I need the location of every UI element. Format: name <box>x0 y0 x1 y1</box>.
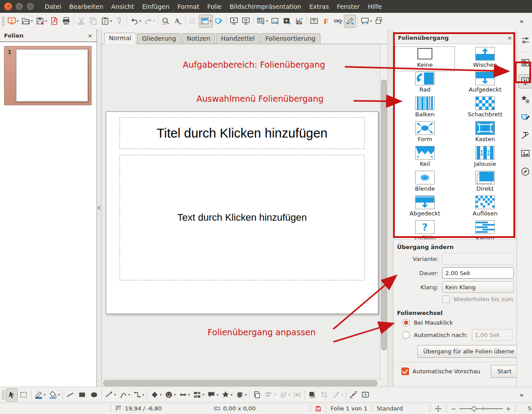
transition-panel-close-icon[interactable]: × <box>507 34 512 41</box>
horizontal-scrollbar-thumb[interactable] <box>103 380 378 386</box>
menu-extras[interactable]: Extras <box>305 0 333 13</box>
sidebar-tab-shapes[interactable] <box>518 111 532 125</box>
transition-blende[interactable]: Blende <box>395 170 455 195</box>
menu-bearbeiten[interactable]: Bearbeiten <box>65 0 107 13</box>
transition-wischen[interactable]: Wischen <box>455 46 515 71</box>
zoom-in-icon[interactable]: + <box>506 405 511 412</box>
sidebar-tab-navigator[interactable] <box>518 165 532 179</box>
gluepoints-button[interactable] <box>359 388 371 402</box>
menu-ansicht[interactable]: Ansicht <box>107 0 138 13</box>
transition-rad[interactable]: Rad <box>395 71 455 96</box>
toolbar-grip[interactable] <box>2 16 5 26</box>
auto-after-input[interactable]: 1,00 Sek <box>472 329 513 341</box>
connectors-button[interactable]: ▾ <box>131 388 146 402</box>
edit-mode-button[interactable] <box>213 15 225 28</box>
toolbar-overflow-button[interactable]: » <box>517 15 528 28</box>
3d-objects-button[interactable]: ▾ <box>234 388 248 402</box>
display-grid-button[interactable] <box>187 15 199 28</box>
lines-arrows-button[interactable]: ▾ <box>103 388 117 402</box>
insert-textbox-button[interactable] <box>308 15 320 28</box>
zoom-level-cell[interactable]: 58 % <box>516 405 532 412</box>
transition-abgedeckt[interactable]: Abgedeckt <box>395 195 455 220</box>
open-button[interactable]: ▾ <box>20 15 34 28</box>
transition-keil[interactable]: Keil <box>395 146 455 170</box>
on-mouse-click-radio[interactable] <box>402 319 410 326</box>
paste-button[interactable]: ▾ <box>99 15 113 28</box>
fit-slide-cell[interactable] <box>430 405 446 412</box>
transition-zufällig[interactable]: ?Zufällig <box>395 220 455 240</box>
sidebar-tab-styles[interactable] <box>518 129 532 143</box>
splitter-collapse-icon[interactable] <box>97 205 100 211</box>
find-replace-button[interactable] <box>160 15 172 28</box>
body-placeholder[interactable]: Text durch Klicken hinzufügen <box>120 155 365 280</box>
line-button[interactable] <box>64 388 76 402</box>
insert-hyperlink-button[interactable] <box>332 15 344 28</box>
edit-points-button[interactable] <box>347 388 359 402</box>
right-splitter[interactable] <box>387 29 393 387</box>
menu-hilfe[interactable]: Hilfe <box>364 0 386 13</box>
redo-button[interactable]: ▾ <box>143 15 157 28</box>
symbol-shapes-button[interactable]: ▾ <box>163 388 177 402</box>
sidebar-tab-master-slides[interactable] <box>518 56 532 70</box>
horizontal-scrollbar[interactable] <box>102 379 380 387</box>
save-button[interactable]: ▾ <box>34 15 48 28</box>
new-presentation-button[interactable]: ▾ <box>6 15 20 28</box>
zoom-slider[interactable] <box>458 406 504 412</box>
insert-media-button[interactable] <box>281 15 293 28</box>
transition-kasten[interactable]: Kasten <box>455 121 515 146</box>
slide-canvas[interactable]: Titel durch Klicken hinzufügen Text durc… <box>106 111 378 314</box>
crop-button[interactable] <box>318 388 330 402</box>
export-pdf-button[interactable] <box>48 15 60 28</box>
transition-auflösen[interactable]: Auflösen <box>455 195 515 220</box>
transition-form[interactable]: Form <box>395 121 455 146</box>
drawbar-grip[interactable] <box>2 390 5 400</box>
print-button[interactable] <box>60 15 72 28</box>
insert-image-button[interactable] <box>269 15 281 28</box>
auto-after-radio[interactable] <box>402 331 410 339</box>
view-layout-button[interactable]: ▾ <box>199 15 213 28</box>
fontwork-button[interactable]: F <box>320 15 332 28</box>
insert-table-button[interactable]: ▾ <box>255 15 269 28</box>
variant-dropdown[interactable] <box>442 253 514 264</box>
menu-format[interactable]: Format <box>173 0 203 13</box>
transition-keine[interactable]: Keine <box>395 46 455 71</box>
minimize-window-button[interactable]: – <box>15 2 23 11</box>
transition-schachbrett[interactable]: Schachbrett <box>455 96 515 121</box>
line-color-button[interactable]: ▾ <box>33 388 47 402</box>
basic-shapes-button[interactable]: ▾ <box>149 388 163 402</box>
menu-datei[interactable]: Datei <box>41 0 65 13</box>
shadow-button[interactable] <box>306 388 318 402</box>
automatic-preview-checkbox[interactable] <box>401 368 409 375</box>
tab-gliederung[interactable]: Gliederung <box>137 33 181 44</box>
vertical-scrollbar[interactable] <box>380 44 387 380</box>
apply-to-all-slides-button[interactable]: Übergang für alle Folien überne <box>417 345 517 358</box>
transition-jalousie[interactable]: Jalousie <box>455 146 515 170</box>
layout-name-cell[interactable]: Standard <box>372 405 430 412</box>
transition-kamm[interactable]: Kamm <box>455 220 515 240</box>
start-presentation-button[interactable] <box>228 15 240 28</box>
undo-button[interactable]: ▾ <box>128 15 143 28</box>
zoom-marquee-button[interactable] <box>18 388 30 402</box>
loop-sound-checkbox[interactable] <box>442 295 450 303</box>
document-modified-cell[interactable] <box>311 406 326 412</box>
image-filter-button[interactable]: ▾ <box>330 388 344 402</box>
maximize-window-button[interactable]: ▢ <box>26 2 35 11</box>
align-button[interactable]: ▾ <box>263 388 277 402</box>
sidebar-tab-animation[interactable] <box>518 92 532 107</box>
sidebar-tab-slide-transition[interactable] <box>518 74 532 88</box>
insert-comment-button[interactable]: ▾ <box>359 15 373 28</box>
play-button[interactable]: Start <box>491 365 517 378</box>
draw-pen-button[interactable] <box>344 15 356 28</box>
transition-aufgedeckt[interactable]: Aufgedeckt <box>455 71 515 96</box>
clone-formatting-button[interactable] <box>113 15 125 28</box>
menu-bildschirmpräsentation[interactable]: Bildschirmpräsentation <box>226 0 305 13</box>
duplicate-slide-button[interactable] <box>373 15 385 28</box>
curves-polygons-button[interactable]: ▾ <box>117 388 131 402</box>
zoom-slider-thumb[interactable] <box>471 406 477 411</box>
slide-thumbnail-1[interactable]: 1 <box>4 46 92 105</box>
sidebar-tab-properties[interactable] <box>518 34 532 48</box>
menu-fenster[interactable]: Fenster <box>333 0 364 13</box>
insert-chart-button[interactable] <box>293 15 305 28</box>
panel-splitter[interactable] <box>97 29 102 387</box>
cut-button[interactable] <box>75 15 87 28</box>
